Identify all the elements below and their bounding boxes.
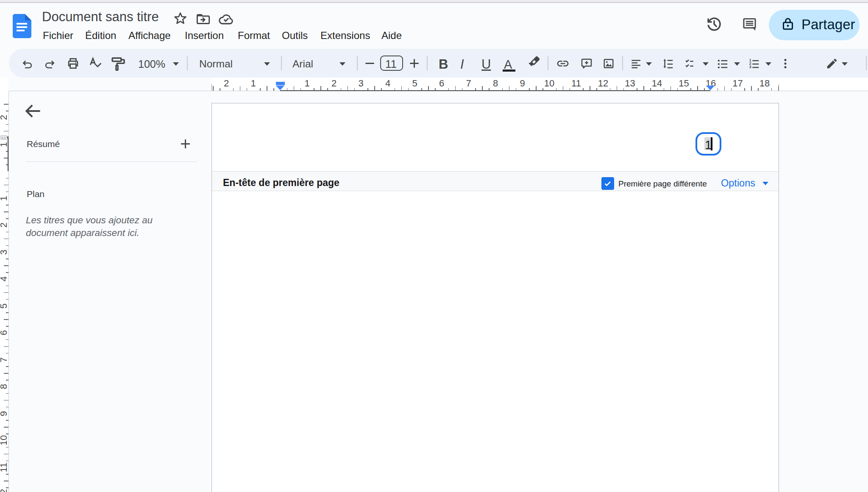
svg-text:3: 3 [749, 65, 751, 69]
